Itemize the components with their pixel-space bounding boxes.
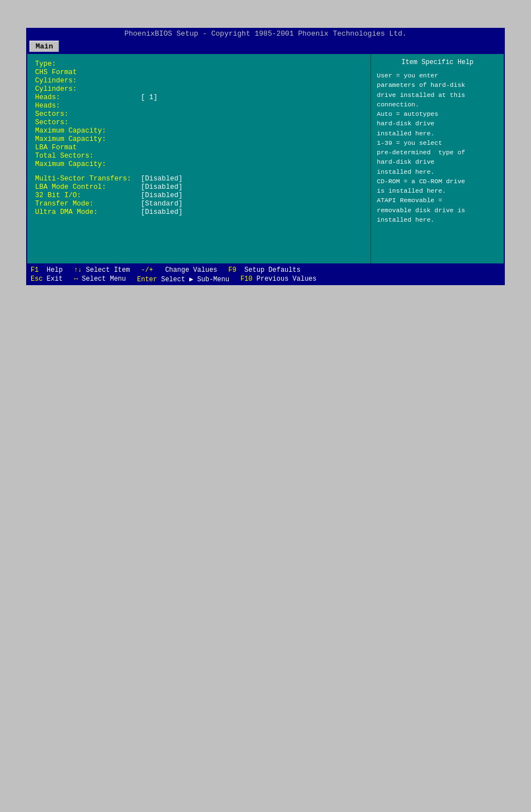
list-item[interactable]: Sectors: [35, 119, 362, 126]
list-item[interactable]: Maximum Capacity: [35, 127, 362, 135]
status-bar: F1 Help ↑↓ Select Item -/+ Change Values… [26, 265, 505, 285]
bios-window: PhoenixBIOS Setup - Copyright 1985-2001 … [26, 28, 505, 285]
list-item[interactable]: Ultra DMA Mode: [Disabled] [35, 208, 362, 216]
lba-format-label: LBA Format [35, 144, 141, 151]
heads1-label: Heads: [35, 94, 141, 101]
list-item[interactable]: Type: [35, 60, 362, 68]
32bit-io-value: [Disabled] [141, 192, 183, 199]
heads1-value: [ 1] [141, 94, 158, 101]
max-cap2-label: Maximum Capacity: [35, 135, 141, 143]
status-updown: ↑↓ Select Item [74, 266, 130, 274]
status-f1: F1 Help [31, 266, 63, 274]
transfer-mode-label: Transfer Mode: [35, 200, 141, 208]
list-item: LBA Format [35, 144, 362, 151]
cylinders1-label: Cylinders: [35, 77, 141, 85]
type-label: Type: [35, 60, 141, 68]
status-leftright: ↔ Select Menu [74, 275, 126, 283]
status-change: -/+ Change Values [141, 266, 217, 274]
heads2-label: Heads: [35, 102, 141, 110]
status-enter: Enter Select ▶ Sub-Menu [137, 275, 229, 283]
chs-format-label: CHS Format [35, 69, 141, 76]
max-cap1-label: Maximum Capacity: [35, 127, 141, 135]
list-item[interactable]: Transfer Mode: [Standard] [35, 200, 362, 208]
multi-sector-label: Multi-Sector Transfers: [35, 175, 141, 183]
list-item[interactable]: Sectors: [35, 110, 362, 118]
total-sectors-label: Total Sectors: [35, 152, 141, 160]
status-row-2: Esc Exit ↔ Select Menu Enter Select ▶ Su… [31, 275, 500, 283]
help-text: User = you enter parameters of hard-disk… [377, 71, 498, 224]
sectors2-label: Sectors: [35, 119, 141, 126]
status-f10: F10 Previous Values [240, 275, 317, 283]
list-item: CHS Format [35, 69, 362, 76]
list-item[interactable]: Maximum Capacity: [35, 160, 362, 168]
list-item[interactable]: Cylinders: [35, 77, 362, 85]
status-f9: F9 Setup Defaults [228, 266, 301, 274]
max-cap3-label: Maximum Capacity: [35, 160, 141, 168]
cylinders2-label: Cylinders: [35, 85, 141, 93]
lba-mode-value: [Disabled] [141, 183, 183, 191]
list-item[interactable]: Maximum Capacity: [35, 135, 362, 143]
right-panel: Item Specific Help User = you enter para… [370, 54, 504, 263]
lba-mode-label: LBA Mode Control: [35, 183, 141, 191]
32bit-io-label: 32 Bit I/O: [35, 192, 141, 199]
transfer-mode-value: [Standard] [141, 200, 183, 208]
list-item[interactable]: Total Sectors: [35, 152, 362, 160]
list-item[interactable]: Cylinders: [35, 85, 362, 93]
status-row-1: F1 Help ↑↓ Select Item -/+ Change Values… [31, 266, 500, 274]
main-content: Type: CHS Format Cylinders: Cylinders: H… [26, 53, 505, 265]
ultra-dma-value: [Disabled] [141, 208, 183, 216]
sectors1-label: Sectors: [35, 110, 141, 118]
title-bar: PhoenixBIOS Setup - Copyright 1985-2001 … [26, 28, 505, 40]
menu-bar: Main [26, 40, 505, 53]
list-item[interactable]: LBA Mode Control: [Disabled] [35, 183, 362, 191]
list-item[interactable]: Heads: [ 1] [35, 94, 362, 101]
status-esc: Esc Exit [31, 275, 63, 283]
tab-main[interactable]: Main [30, 41, 59, 52]
multi-sector-value: [Disabled] [141, 175, 183, 183]
list-item[interactable]: 32 Bit I/O: [Disabled] [35, 192, 362, 199]
ultra-dma-label: Ultra DMA Mode: [35, 208, 141, 216]
help-title: Item Specific Help [377, 58, 498, 66]
list-item[interactable]: Heads: [35, 102, 362, 110]
left-panel: Type: CHS Format Cylinders: Cylinders: H… [27, 54, 370, 263]
list-item[interactable]: Multi-Sector Transfers: [Disabled] [35, 175, 362, 183]
title-text: PhoenixBIOS Setup - Copyright 1985-2001 … [124, 30, 406, 38]
